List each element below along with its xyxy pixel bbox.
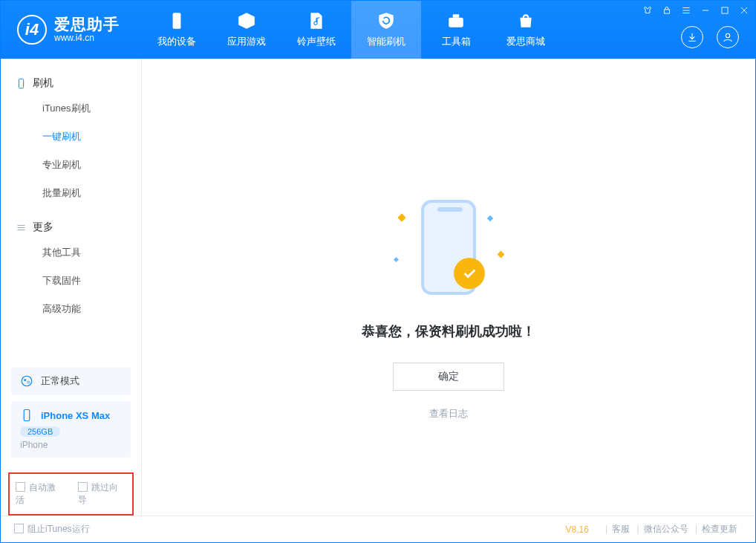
sidebar-item-itunes-flash[interactable]: iTunes刷机 [1, 94, 141, 123]
tab-my-device[interactable]: 我的设备 [142, 1, 212, 59]
brand-subtitle: www.i4.cn [54, 33, 120, 44]
check-badge-icon [454, 258, 485, 289]
brand-area: i4 爱思助手 www.i4.cn [1, 1, 142, 59]
svg-rect-1 [449, 18, 463, 27]
user-icon[interactable] [717, 26, 739, 48]
music-file-icon [307, 11, 326, 30]
minimize-icon[interactable] [700, 5, 711, 16]
view-log-link[interactable]: 查看日志 [429, 407, 468, 420]
mode-icon [20, 374, 33, 388]
maximize-icon[interactable] [720, 5, 730, 16]
ok-button[interactable]: 确定 [393, 362, 504, 391]
checkbox-block-itunes[interactable]: 阻止iTunes运行 [14, 523, 90, 536]
toolbox-icon [446, 11, 466, 30]
tab-label: 工具箱 [442, 35, 471, 48]
svg-rect-3 [665, 10, 670, 13]
tshirt-icon[interactable] [642, 5, 653, 16]
footer: 阻止iTunes运行 V8.16 |客服 |微信公众号 |检查更新 [1, 516, 755, 542]
device-type: iPhone [20, 440, 122, 450]
header-action-icons [681, 26, 739, 48]
footer-link-support[interactable]: 客服 [607, 524, 634, 534]
svg-point-8 [24, 379, 26, 381]
footer-link-wechat[interactable]: 微信公众号 [639, 524, 693, 534]
checkbox-skip-wizard[interactable]: 跳过向导 [78, 481, 127, 507]
footer-link-update[interactable]: 检查更新 [697, 524, 742, 534]
mode-label: 正常模式 [41, 374, 79, 388]
tab-toolbox[interactable]: 工具箱 [421, 1, 491, 59]
phone-icon [167, 11, 186, 30]
tab-label: 爱思商城 [506, 35, 545, 48]
device-name: iPhone XS Max [41, 410, 110, 421]
tab-ring-wallpaper[interactable]: 铃声壁纸 [281, 1, 351, 59]
highlighted-options: 自动激活 跳过向导 [8, 472, 134, 516]
svg-rect-10 [24, 410, 30, 421]
svg-rect-2 [453, 14, 460, 17]
tab-store[interactable]: 爱思商城 [491, 1, 561, 59]
svg-point-5 [726, 33, 729, 37]
success-illustration [385, 200, 512, 300]
brand-title: 爱思助手 [54, 16, 120, 33]
tab-smart-flash[interactable]: 智能刷机 [351, 1, 421, 59]
sidebar-item-batch-flash[interactable]: 批量刷机 [1, 179, 141, 207]
version-label: V8.16 [566, 524, 589, 535]
checkbox-auto-activate[interactable]: 自动激活 [16, 481, 65, 507]
svg-rect-0 [173, 13, 181, 29]
main-panel: 恭喜您，保资料刷机成功啦！ 确定 查看日志 [142, 59, 755, 516]
menu-icon[interactable] [681, 5, 691, 16]
tab-apps-games[interactable]: 应用游戏 [212, 1, 281, 59]
cube-icon [237, 11, 256, 30]
header: i4 爱思助手 www.i4.cn 我的设备 应用游戏 铃声壁纸 智能刷机 工具… [1, 1, 755, 59]
tab-label: 应用游戏 [227, 35, 266, 48]
sidebar-group-more: 更多 [1, 216, 141, 238]
sidebar-item-pro-flash[interactable]: 专业刷机 [1, 151, 141, 179]
shield-refresh-icon [377, 11, 396, 30]
tab-label: 智能刷机 [367, 35, 405, 48]
device-card[interactable]: iPhone XS Max 256GB iPhone [11, 401, 131, 458]
download-icon[interactable] [681, 26, 703, 48]
close-icon[interactable] [739, 5, 749, 16]
footer-links: |客服 |微信公众号 |检查更新 [605, 523, 742, 536]
lock-icon[interactable] [662, 5, 672, 16]
phone-small-icon [20, 409, 33, 422]
sidebar-item-one-click-flash[interactable]: 一键刷机 [1, 123, 141, 151]
brand-logo-icon: i4 [17, 15, 47, 45]
phone-outline-icon [16, 78, 27, 89]
sidebar-group-flash: 刷机 [1, 72, 141, 94]
sidebar-item-other-tools[interactable]: 其他工具 [1, 238, 141, 267]
window-controls [642, 5, 749, 16]
svg-point-9 [27, 381, 30, 383]
device-capacity: 256GB [20, 426, 60, 437]
svg-point-7 [22, 376, 32, 386]
sidebar-item-download-firmware[interactable]: 下载固件 [1, 267, 141, 295]
tab-label: 我的设备 [157, 35, 196, 48]
svg-rect-6 [19, 79, 23, 88]
sidebar-item-advanced[interactable]: 高级功能 [1, 295, 141, 323]
tab-label: 铃声壁纸 [297, 35, 336, 48]
sidebar: 刷机 iTunes刷机 一键刷机 专业刷机 批量刷机 更多 其他工具 下载固件 … [1, 59, 142, 516]
top-tabs: 我的设备 应用游戏 铃声壁纸 智能刷机 工具箱 爱思商城 [142, 1, 561, 59]
svg-rect-4 [722, 7, 728, 13]
hamburger-icon [16, 222, 27, 233]
success-message: 恭喜您，保资料刷机成功啦！ [362, 322, 535, 340]
bag-icon [516, 11, 535, 30]
mode-card[interactable]: 正常模式 [11, 367, 131, 395]
